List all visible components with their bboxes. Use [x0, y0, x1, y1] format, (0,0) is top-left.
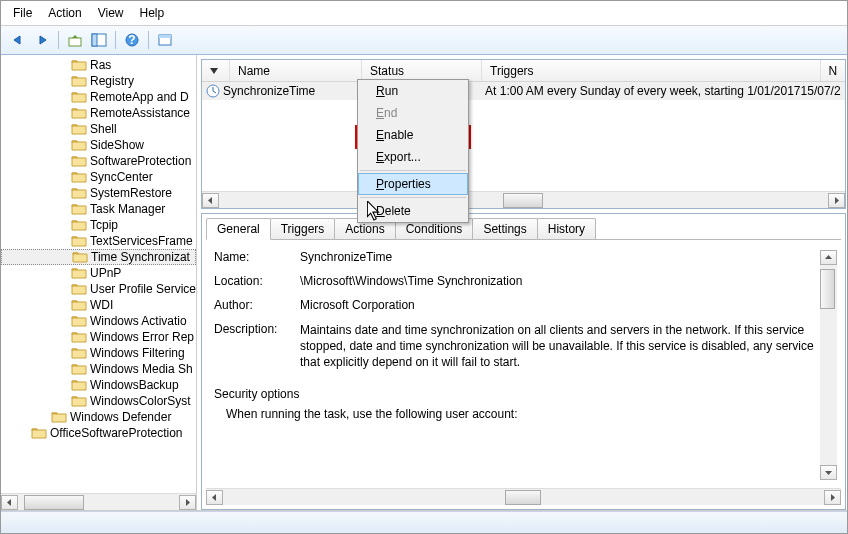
folder-tree[interactable]: RasRegistryRemoteApp and DRemoteAssistan…: [1, 55, 196, 493]
tree-item[interactable]: WindowsColorSyst: [1, 393, 196, 409]
scroll-right-button[interactable]: [828, 193, 845, 208]
tree-item[interactable]: SideShow: [1, 137, 196, 153]
column-status[interactable]: Status: [362, 60, 482, 81]
tree-horizontal-scrollbar[interactable]: [1, 493, 196, 510]
task-triggers: At 1:00 AM every Sunday of every week, s…: [485, 84, 801, 98]
scroll-thumb[interactable]: [24, 495, 84, 510]
tree-item-label: Windows Activatio: [90, 314, 187, 328]
tree-item[interactable]: Task Manager: [1, 201, 196, 217]
scroll-right-button[interactable]: [179, 495, 196, 510]
tree-item[interactable]: OfficeSoftwareProtection: [1, 425, 196, 441]
menu-file[interactable]: File: [5, 3, 40, 23]
value-author: Microsoft Corporation: [300, 298, 820, 312]
label-author: Author:: [214, 298, 300, 312]
scroll-thumb[interactable]: [820, 269, 835, 309]
forward-button[interactable]: [31, 29, 53, 51]
tree-item[interactable]: Windows Filtering: [1, 345, 196, 361]
content-area: RasRegistryRemoteApp and DRemoteAssistan…: [1, 55, 847, 511]
scroll-left-button[interactable]: [206, 490, 223, 505]
tree-item[interactable]: Windows Activatio: [1, 313, 196, 329]
tree-item[interactable]: WindowsBackup: [1, 377, 196, 393]
column-next[interactable]: N: [821, 60, 845, 81]
tree-item-label: Windows Error Rep: [90, 330, 194, 344]
sort-indicator[interactable]: [202, 60, 230, 81]
tree-item-label: SideShow: [90, 138, 144, 152]
task-details-pane: GeneralTriggersActionsConditionsSettings…: [201, 213, 846, 510]
tree-item[interactable]: User Profile Service: [1, 281, 196, 297]
task-list-horizontal-scrollbar[interactable]: [202, 191, 845, 208]
status-bar: [1, 511, 847, 533]
value-name: SynchronizeTime: [300, 250, 820, 264]
toggle-tree-pane-button[interactable]: [88, 29, 110, 51]
value-description: Maintains date and time synchronization …: [300, 322, 820, 371]
label-description: Description:: [214, 322, 300, 371]
value-location: \Microsoft\Windows\Time Synchronization: [300, 274, 820, 288]
context-menu-enable[interactable]: Enable: [358, 124, 468, 146]
task-list-body[interactable]: SynchronizeTime At 1:00 AM every Sunday …: [202, 82, 845, 191]
tab-triggers[interactable]: Triggers: [270, 218, 336, 239]
column-name[interactable]: Name: [230, 60, 362, 81]
tree-item[interactable]: Time Synchronizat: [1, 249, 196, 265]
menu-action[interactable]: Action: [40, 3, 89, 23]
right-pane: Name Status Triggers N SynchronizeTime A…: [197, 55, 848, 510]
scroll-right-button[interactable]: [824, 490, 841, 505]
tree-item[interactable]: TextServicesFrame: [1, 233, 196, 249]
tree-item[interactable]: SyncCenter: [1, 169, 196, 185]
menu-help[interactable]: Help: [132, 3, 173, 23]
scroll-thumb[interactable]: [503, 193, 543, 208]
tree-item[interactable]: UPnP: [1, 265, 196, 281]
back-button[interactable]: [7, 29, 29, 51]
tree-item[interactable]: Ras: [1, 57, 196, 73]
help-button[interactable]: ?: [121, 29, 143, 51]
task-row[interactable]: SynchronizeTime At 1:00 AM every Sunday …: [202, 82, 845, 100]
tree-item[interactable]: RemoteAssistance: [1, 105, 196, 121]
context-menu-export[interactable]: Export...: [358, 146, 468, 168]
menu-view[interactable]: View: [90, 3, 132, 23]
tree-item[interactable]: SoftwareProtection: [1, 153, 196, 169]
task-next-run: 15/07/2: [801, 84, 845, 98]
tree-item[interactable]: WDI: [1, 297, 196, 313]
scroll-up-button[interactable]: [820, 250, 837, 265]
tree-item[interactable]: RemoteApp and D: [1, 89, 196, 105]
task-name: SynchronizeTime: [223, 84, 365, 98]
refresh-button[interactable]: [154, 29, 176, 51]
label-location: Location:: [214, 274, 300, 288]
scroll-left-button[interactable]: [202, 193, 219, 208]
tab-history[interactable]: History: [537, 218, 596, 239]
scroll-down-button[interactable]: [820, 465, 837, 480]
svg-rect-6: [159, 35, 171, 38]
tree-item-label: SyncCenter: [90, 170, 153, 184]
tree-item-label: Ras: [90, 58, 111, 72]
tree-item[interactable]: Registry: [1, 73, 196, 89]
column-triggers[interactable]: Triggers: [482, 60, 821, 81]
context-menu-run[interactable]: Run: [358, 80, 468, 102]
label-user-account: When running the task, use the following…: [214, 407, 820, 421]
svg-rect-2: [92, 34, 97, 46]
tree-item-label: OfficeSoftwareProtection: [50, 426, 183, 440]
tree-item[interactable]: Windows Media Sh: [1, 361, 196, 377]
tree-item-label: Registry: [90, 74, 134, 88]
tree-item-label: Windows Defender: [70, 410, 171, 424]
details-tabs: GeneralTriggersActionsConditionsSettings…: [202, 214, 845, 239]
toolbar: ?: [1, 26, 847, 55]
up-level-button[interactable]: [64, 29, 86, 51]
tree-item-label: Windows Media Sh: [90, 362, 193, 376]
details-horizontal-scrollbar[interactable]: [206, 488, 841, 505]
clock-icon: [206, 84, 220, 98]
tree-item[interactable]: Windows Defender: [1, 409, 196, 425]
tab-settings[interactable]: Settings: [472, 218, 537, 239]
tree-item-label: SystemRestore: [90, 186, 172, 200]
task-list-header: Name Status Triggers N: [202, 60, 845, 82]
tree-item[interactable]: Windows Error Rep: [1, 329, 196, 345]
tab-general[interactable]: General: [206, 218, 271, 240]
tree-item[interactable]: Tcpip: [1, 217, 196, 233]
context-menu-properties[interactable]: Properties: [358, 173, 468, 195]
tree-item-label: WindowsBackup: [90, 378, 179, 392]
scroll-left-button[interactable]: [1, 495, 18, 510]
details-vertical-scrollbar[interactable]: [820, 250, 837, 480]
tree-item[interactable]: SystemRestore: [1, 185, 196, 201]
tree-item[interactable]: Shell: [1, 121, 196, 137]
scroll-thumb[interactable]: [505, 490, 541, 505]
tree-item-label: User Profile Service: [90, 282, 196, 296]
label-name: Name:: [214, 250, 300, 264]
